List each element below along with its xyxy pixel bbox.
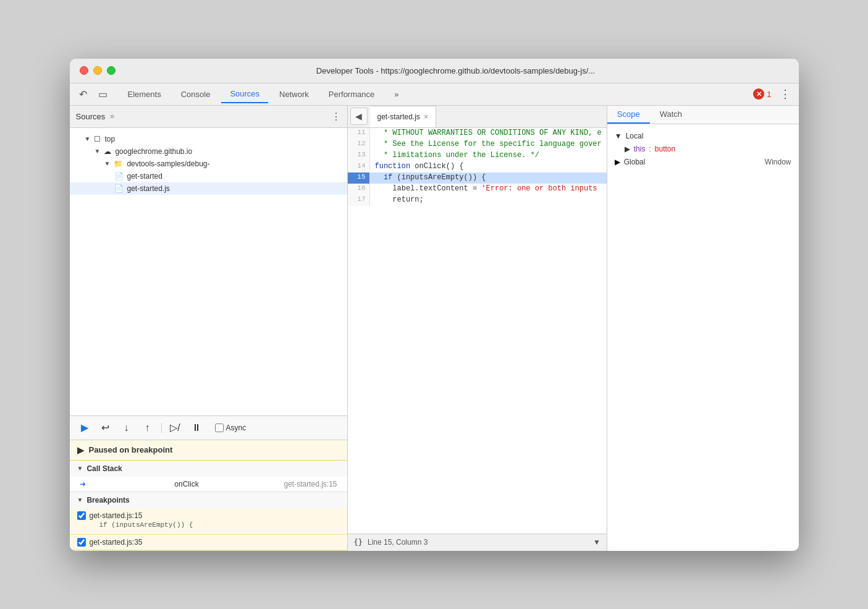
breakpoint-label-15: get-started.js:15 bbox=[77, 511, 340, 520]
async-checkbox-group: Async bbox=[215, 424, 246, 432]
breakpoints-section: ▼ Breakpoints get-started.js:15 if (inpu… bbox=[70, 492, 347, 551]
step-out-button[interactable]: ↑ bbox=[140, 420, 155, 435]
breakpoint-checkbox-35[interactable] bbox=[77, 538, 86, 547]
tree-icon-top: ☐ bbox=[94, 135, 101, 143]
devtools-window: Developer Tools - https://googlechrome.g… bbox=[70, 59, 799, 551]
tree-label-getstarted-js: get-started.js bbox=[127, 184, 170, 193]
minimize-button[interactable] bbox=[93, 66, 102, 75]
editor-tab-close-button[interactable]: × bbox=[424, 113, 428, 121]
scope-local-header[interactable]: ▼ Local bbox=[607, 129, 799, 143]
editor-tab-getstarted-js[interactable]: get-started.js × bbox=[370, 106, 436, 127]
scope-tab-bar: Scope Watch bbox=[607, 106, 799, 124]
title-bar: Developer Tools - https://googlechrome.g… bbox=[70, 59, 799, 83]
line-num-16: 16 bbox=[348, 184, 370, 195]
tree-icon-folder: 📁 bbox=[114, 160, 123, 168]
code-line-17: 17 return; bbox=[348, 195, 607, 206]
tree-icon-cloud: ☁ bbox=[104, 147, 111, 156]
device-icon[interactable]: ▭ bbox=[95, 85, 112, 103]
more-options-button[interactable]: ⋮ bbox=[777, 85, 794, 103]
tree-arrow-icon: ▼ bbox=[85, 135, 91, 142]
code-editor-panel: ◀ get-started.js × 11 * WITHOUT WARRANTI… bbox=[348, 106, 607, 551]
tree-label-top: top bbox=[104, 135, 115, 143]
close-button[interactable] bbox=[80, 66, 88, 75]
async-checkbox[interactable] bbox=[215, 424, 224, 432]
tree-icon-file: 📄 bbox=[114, 172, 124, 181]
editor-nav-button[interactable]: ◀ bbox=[350, 108, 368, 125]
tree-arrow-icon: ▼ bbox=[104, 160, 111, 167]
tab-network[interactable]: Network bbox=[271, 86, 318, 103]
scope-local-arrow: ▼ bbox=[615, 132, 622, 140]
scope-panel: Scope Watch ▼ Local ▶ this : button bbox=[607, 106, 799, 551]
async-label: Async bbox=[226, 424, 246, 432]
call-stack-item-onclick[interactable]: ➜ onClick get-started.js:15 bbox=[70, 477, 347, 492]
file-tree: ▼ ☐ top ▼ ☁ googlechrome.github.io ▼ 📁 d… bbox=[70, 128, 347, 415]
code-line-11: 11 * WITHOUT WARRANTIES OR CONDITIONS OF… bbox=[348, 128, 607, 139]
resume-button[interactable]: ▶ bbox=[77, 420, 92, 435]
tab-bar-right: ✕ 1 ⋮ bbox=[753, 85, 793, 103]
error-count: 1 bbox=[767, 90, 771, 99]
tree-item-getstarted[interactable]: 📄 get-started bbox=[70, 170, 347, 182]
step-over-button[interactable]: ↩ bbox=[98, 420, 113, 435]
breakpoint-checkbox-15[interactable] bbox=[77, 511, 86, 520]
line-num-13: 13 bbox=[348, 150, 370, 161]
code-content-11: * WITHOUT WARRANTIES OR CONDITIONS OF AN… bbox=[370, 128, 607, 139]
call-stack-title: Call Stack bbox=[86, 464, 122, 473]
panel-more-button[interactable]: ⋮ bbox=[331, 111, 341, 122]
code-line-14: 14 function onClick() { bbox=[348, 161, 607, 172]
maximize-button[interactable] bbox=[107, 66, 116, 75]
tab-performance[interactable]: Performance bbox=[320, 86, 383, 103]
code-line-13: 13 * limitations under the License. */ bbox=[348, 150, 607, 161]
tab-bar-icons: ↶ ▭ bbox=[75, 85, 112, 103]
tree-item-getstarted-js[interactable]: 📄 get-started.js bbox=[70, 182, 347, 195]
line-num-14: 14 bbox=[348, 161, 370, 172]
tab-sources[interactable]: Sources bbox=[221, 85, 268, 103]
breakpoints-title: Breakpoints bbox=[86, 496, 129, 505]
call-stack-header[interactable]: ▼ Call Stack bbox=[70, 461, 347, 477]
code-line-16: 16 label.textContent = 'Error: one or bo… bbox=[348, 184, 607, 195]
cursor-icon[interactable]: ↶ bbox=[75, 85, 92, 103]
error-icon: ✕ bbox=[753, 88, 764, 100]
status-icon[interactable]: ▼ bbox=[593, 538, 600, 547]
code-content-12: * See the License for the specific langu… bbox=[370, 139, 607, 150]
code-content-15: if (inputsAreEmpty()) { bbox=[370, 172, 607, 184]
debugger-controls: ▶ ↩ ↓ ↑ ▷/ ⏸ Async bbox=[70, 415, 347, 440]
scope-global-section[interactable]: ▶ Global Window bbox=[607, 155, 799, 169]
scope-this-key: this bbox=[634, 145, 646, 153]
code-content-17: return; bbox=[370, 195, 607, 206]
error-badge: ✕ 1 bbox=[753, 88, 771, 100]
paused-arrow-icon: ▶ bbox=[77, 445, 84, 455]
tab-more[interactable]: » bbox=[386, 86, 407, 103]
left-panel-header: Sources » ⋮ bbox=[70, 106, 347, 128]
tab-console[interactable]: Console bbox=[172, 86, 219, 103]
scope-this-item[interactable]: ▶ this : button bbox=[607, 143, 799, 155]
call-stack-arrow-icon: ▼ bbox=[77, 465, 83, 472]
tree-item-folder[interactable]: ▼ 📁 devtools-samples/debug- bbox=[70, 158, 347, 170]
editor-tab-label: get-started.js bbox=[377, 113, 420, 121]
call-stack-arrow: ➜ bbox=[80, 480, 86, 488]
separator bbox=[161, 423, 162, 433]
tab-elements[interactable]: Elements bbox=[119, 86, 170, 103]
breakpoints-arrow-icon: ▼ bbox=[77, 496, 83, 503]
paused-banner: ▶ Paused on breakpoint bbox=[70, 440, 347, 461]
status-position: Line 15, Column 3 bbox=[368, 538, 428, 547]
breakpoint-label-35: get-started.js:35 bbox=[77, 538, 340, 547]
step-into-button[interactable]: ↓ bbox=[119, 420, 134, 435]
deactivate-breakpoints-button[interactable]: ▷/ bbox=[168, 420, 183, 435]
window-title: Developer Tools - https://googlechrome.g… bbox=[123, 66, 789, 75]
line-num-15: 15 bbox=[348, 172, 370, 184]
tree-label-getstarted: get-started bbox=[127, 172, 162, 181]
code-line-15: 15 if (inputsAreEmpty()) { bbox=[348, 172, 607, 184]
breakpoint-item-15: get-started.js:15 if (inputsAreEmpty()) … bbox=[70, 508, 347, 535]
code-editor[interactable]: 11 * WITHOUT WARRANTIES OR CONDITIONS OF… bbox=[348, 128, 607, 534]
tree-item-top[interactable]: ▼ ☐ top bbox=[70, 133, 347, 145]
tree-arrow-icon: ▼ bbox=[95, 148, 101, 155]
paused-label: Paused on breakpoint bbox=[89, 445, 173, 454]
scope-tab-watch[interactable]: Watch bbox=[650, 106, 692, 124]
line-num-17: 17 bbox=[348, 195, 370, 206]
tree-label-domain: googlechrome.github.io bbox=[115, 147, 192, 156]
breakpoints-header[interactable]: ▼ Breakpoints bbox=[70, 492, 347, 508]
tree-item-domain[interactable]: ▼ ☁ googlechrome.github.io bbox=[70, 145, 347, 158]
scope-global-value: Window bbox=[765, 158, 791, 166]
pause-on-exceptions-button[interactable]: ⏸ bbox=[189, 420, 204, 435]
scope-tab-scope[interactable]: Scope bbox=[607, 106, 650, 124]
